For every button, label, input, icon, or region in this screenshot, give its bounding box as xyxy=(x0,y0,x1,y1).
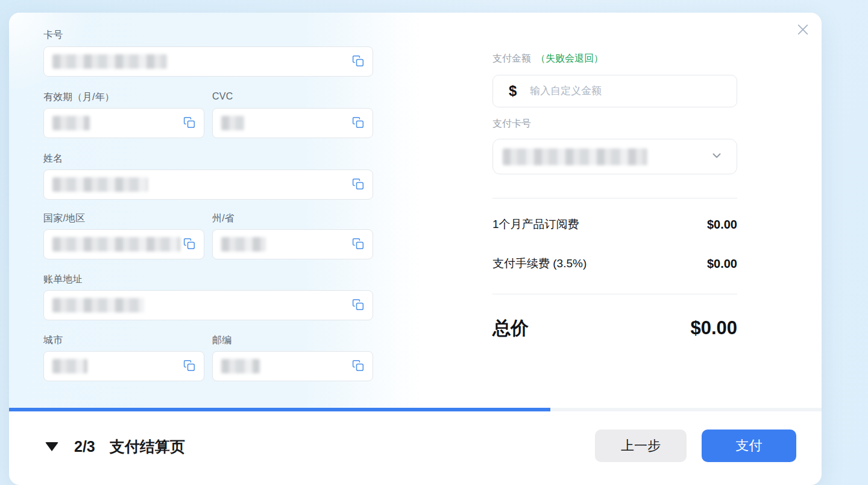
pay-button[interactable]: 支付 xyxy=(702,430,796,462)
copy-icon xyxy=(183,116,195,130)
state-input[interactable] xyxy=(212,229,373,259)
divider xyxy=(492,294,737,294)
refund-note: （失败会退回） xyxy=(536,53,603,63)
copy-button[interactable] xyxy=(351,54,365,69)
line-item-value: $0.00 xyxy=(707,257,737,271)
copy-icon xyxy=(352,178,364,192)
redacted-name xyxy=(52,177,148,192)
copy-button[interactable] xyxy=(351,359,365,373)
line-item-value: $0.00 xyxy=(707,218,737,232)
copy-button[interactable] xyxy=(351,298,365,312)
copy-button[interactable] xyxy=(182,237,197,252)
country-input[interactable] xyxy=(43,229,204,259)
redacted-city xyxy=(52,359,87,373)
total-value: $0.00 xyxy=(690,317,737,339)
copy-button[interactable] xyxy=(351,237,365,252)
field-label-country: 国家/地区 xyxy=(43,212,85,225)
field-label-city: 城市 xyxy=(43,334,63,347)
redacted-card-number xyxy=(52,54,167,69)
copy-icon xyxy=(183,238,195,252)
field-label-expiry: 有效期（月/年） xyxy=(43,91,115,104)
city-input[interactable] xyxy=(43,351,204,381)
progress-bar xyxy=(9,408,822,411)
name-input[interactable] xyxy=(43,170,373,200)
copy-icon xyxy=(352,116,364,130)
billing-address-input[interactable] xyxy=(43,290,373,320)
redacted-pay-card xyxy=(503,148,647,165)
step-counter: 2/3 xyxy=(74,438,95,455)
total-row: 总价 $0.00 xyxy=(492,313,737,343)
progress-fill xyxy=(9,408,550,411)
currency-symbol: $ xyxy=(509,83,517,100)
copy-icon xyxy=(183,360,195,373)
copy-button[interactable] xyxy=(351,177,365,192)
step-indicator-group: 2/3 支付结算页 xyxy=(45,434,185,459)
close-icon xyxy=(796,23,810,38)
cvc-input[interactable] xyxy=(212,108,373,138)
redacted-zip xyxy=(221,359,260,373)
back-button[interactable]: 上一步 xyxy=(595,430,687,462)
copy-button[interactable] xyxy=(182,116,197,130)
custom-amount-input[interactable] xyxy=(530,85,737,97)
total-label: 总价 xyxy=(492,316,529,341)
line-item-label: 1个月产品订阅费 xyxy=(492,217,579,232)
copy-icon xyxy=(352,360,364,373)
copy-icon xyxy=(352,55,364,69)
line-item-subscription: 1个月产品订阅费 $0.00 xyxy=(492,215,737,233)
line-item-label: 支付手续费 (3.5%) xyxy=(492,256,587,271)
field-label-zip: 邮编 xyxy=(212,334,231,347)
chevron-down-icon xyxy=(710,149,723,165)
redacted-country xyxy=(52,237,180,252)
step-title: 支付结算页 xyxy=(110,437,185,457)
zip-input[interactable] xyxy=(212,351,373,381)
redacted-cvc xyxy=(221,116,244,130)
field-label-state: 州/省 xyxy=(212,212,234,225)
redacted-state xyxy=(221,237,266,252)
pay-card-label: 支付卡号 xyxy=(492,118,531,130)
pay-card-select[interactable] xyxy=(492,139,737,174)
divider xyxy=(492,198,737,198)
amount-label: 支付金额 xyxy=(492,53,531,63)
field-label-card-number: 卡号 xyxy=(43,29,63,42)
amount-label-row: 支付金额（失败会退回） xyxy=(492,52,603,65)
payment-modal: 卡号 有效期（月/年） CVC 姓名 国家/地区 州/省 账单地址 城市 xyxy=(9,13,822,485)
redacted-address xyxy=(52,298,144,312)
field-label-billing-address: 账单地址 xyxy=(43,273,83,286)
field-label-name: 姓名 xyxy=(43,153,63,165)
expiry-input[interactable] xyxy=(43,108,204,138)
redacted-expiry xyxy=(52,116,90,130)
copy-button[interactable] xyxy=(182,359,197,373)
card-number-input[interactable] xyxy=(43,46,373,77)
copy-icon xyxy=(352,299,364,312)
triangle-down-icon[interactable] xyxy=(45,442,58,451)
close-button[interactable] xyxy=(791,19,814,42)
line-item-fee: 支付手续费 (3.5%) $0.00 xyxy=(492,255,737,273)
copy-icon xyxy=(352,238,364,252)
custom-amount-field: $ xyxy=(492,75,737,107)
copy-button[interactable] xyxy=(351,116,365,130)
field-label-cvc: CVC xyxy=(212,91,233,102)
